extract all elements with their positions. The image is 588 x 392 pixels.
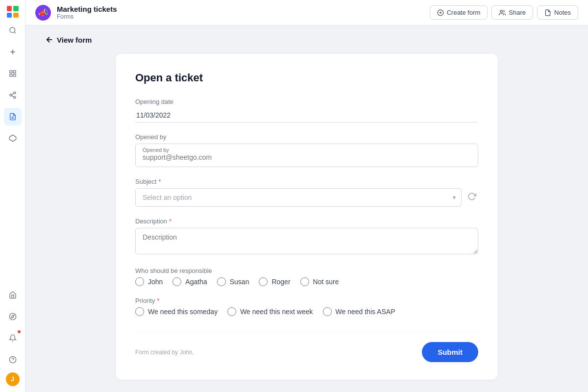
notes-icon [544,9,551,16]
form-footer-text: Form created by John. [135,349,194,356]
priority-field: Priority * We need this someday We need … [135,297,478,316]
responsible-susan[interactable]: Susan [217,277,249,286]
sidebar-add[interactable] [4,43,22,61]
responsible-john[interactable]: John [135,277,163,286]
top-header: 📣 Marketing tickets Forms Create form Sh… [25,0,588,25]
responsible-not-sure[interactable]: Not sure [300,277,339,286]
svg-line-11 [11,96,14,97]
sidebar-compass[interactable] [4,308,22,325]
sidebar-tag[interactable] [4,129,22,147]
header-title-group: Marketing tickets Forms [57,5,424,20]
submit-button[interactable]: Submit [422,342,478,362]
responsible-field: Who should be responsible John Agatha Su… [135,267,478,286]
priority-someday[interactable]: We need this someday [135,307,218,316]
subject-select-row: Select an option ▾ [135,188,478,207]
description-field: Description * [135,218,478,256]
svg-rect-6 [10,74,12,76]
opened-by-label: Opened by [135,133,478,141]
back-button[interactable]: View form [45,35,92,44]
app-title: Marketing tickets [57,5,424,13]
svg-point-9 [10,94,12,96]
sidebar-branch[interactable] [4,86,22,104]
svg-marker-17 [11,315,14,318]
responsible-roger[interactable]: Roger [259,277,290,286]
app-icon: 📣 [35,5,51,21]
plus-circle-icon [437,9,444,16]
back-arrow-icon [45,35,54,44]
app-subtitle: Forms [57,13,424,20]
sidebar-search[interactable] [4,22,22,39]
svg-point-8 [14,92,16,94]
subject-select-wrapper: Select an option ▾ [135,188,462,207]
priority-asap[interactable]: We need this ASAP [323,307,395,316]
svg-line-12 [11,93,14,95]
left-sidebar: J [0,0,25,392]
sidebar-bottom: J [4,286,22,386]
share-icon [499,9,506,16]
responsible-john-radio[interactable] [135,277,144,286]
subject-select[interactable]: Select an option [135,188,462,207]
svg-rect-7 [13,74,16,76]
svg-point-0 [10,27,15,33]
svg-point-16 [9,313,16,319]
header-actions: Create form Share Notes [430,5,578,20]
create-form-button[interactable]: Create form [430,5,488,20]
notes-button[interactable]: Notes [537,5,578,20]
description-required: * [169,218,172,225]
sidebar-grid[interactable] [4,65,22,82]
opened-by-field: Opened by Opened by [135,133,478,167]
subject-required: * [158,178,161,185]
responsible-susan-radio[interactable] [217,277,226,286]
opening-date-label: Opening date [135,98,478,105]
opened-by-floating-label: Opened by [143,147,169,153]
user-avatar[interactable]: J [6,372,20,386]
sidebar-home[interactable] [4,286,22,304]
opened-by-wrapper: Opened by [135,144,478,167]
svg-rect-5 [13,71,16,73]
opened-by-input[interactable] [143,153,471,161]
form-card: Open a ticket Opening date Opened by Ope… [116,54,498,380]
sidebar-help[interactable] [4,351,22,368]
responsible-agatha-radio[interactable] [172,277,181,286]
svg-rect-4 [10,71,12,73]
form-title: Open a ticket [135,72,478,84]
responsible-roger-radio[interactable] [259,277,268,286]
priority-next-week[interactable]: We need this next week [227,307,313,316]
priority-someday-radio[interactable] [135,307,144,316]
priority-label: Priority * [135,297,478,304]
page-nav: View form [45,35,568,44]
priority-radio-group: We need this someday We need this next w… [135,307,478,316]
svg-marker-15 [9,135,16,141]
subject-label: Subject * [135,178,478,185]
subject-field: Subject * Select an option ▾ [135,178,478,207]
responsible-not-sure-radio[interactable] [300,277,309,286]
refresh-icon [467,192,476,201]
responsible-radio-group: John Agatha Susan Roger [135,277,478,286]
description-textarea[interactable] [135,228,478,254]
opening-date-input[interactable] [135,108,478,122]
app-logo[interactable] [7,6,19,18]
svg-point-23 [500,10,503,12]
sidebar-bell[interactable] [4,329,22,347]
description-label: Description * [135,218,478,225]
svg-line-1 [14,32,16,33]
svg-point-10 [14,97,16,98]
sidebar-doc[interactable] [4,108,22,125]
priority-next-week-radio[interactable] [227,307,236,316]
priority-asap-radio[interactable] [323,307,332,316]
opening-date-field: Opening date [135,98,478,122]
main-area: 📣 Marketing tickets Forms Create form Sh… [25,0,588,392]
page-content: View form Open a ticket Opening date Ope… [25,25,588,392]
responsible-label: Who should be responsible [135,267,478,274]
share-button[interactable]: Share [491,5,533,20]
priority-required: * [157,297,159,304]
refresh-button[interactable] [466,190,478,205]
form-footer: Form created by John. Submit [135,332,478,362]
responsible-agatha[interactable]: Agatha [172,277,207,286]
